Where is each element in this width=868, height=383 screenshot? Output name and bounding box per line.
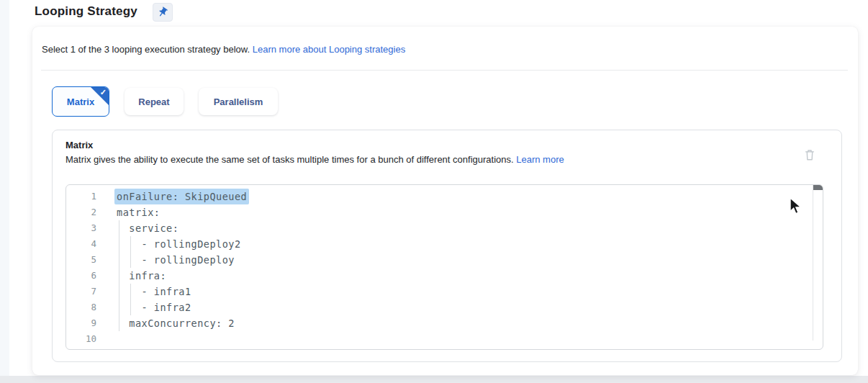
code-line[interactable]: 8 - infra2 (66, 299, 812, 315)
left-gutter-strip (0, 0, 9, 383)
looping-strategy-card: Select 1 of the 3 looping execution stra… (32, 27, 858, 375)
delete-strategy-button[interactable] (803, 146, 820, 163)
line-code: service: (117, 220, 178, 236)
divider (41, 70, 848, 71)
line-number: 8 (66, 299, 96, 315)
line-number: 5 (66, 252, 96, 268)
indent-guide (130, 284, 131, 315)
bottom-bar (0, 376, 868, 383)
line-code: maxConcurrency: 2 (117, 315, 235, 331)
panel-title: Matrix (65, 140, 93, 150)
line-number: 10 (66, 331, 96, 347)
line-number: 1 (66, 189, 96, 204)
code-line[interactable]: 5 - rollingDeploy (66, 252, 812, 268)
line-number: 4 (66, 236, 96, 252)
line-number: 7 (66, 284, 96, 299)
code-line[interactable]: 3 service: (66, 220, 812, 236)
strategy-tab-parallelism-label: Parallelism (214, 96, 263, 107)
code-lines: 1onFailure: SkipQueued 2matrix: 3 servic… (66, 189, 812, 347)
code-line[interactable]: 10 (66, 331, 812, 347)
intro-text: Select 1 of the 3 looping execution stra… (42, 44, 405, 55)
panel-description: Matrix gives the ability to execute the … (65, 154, 564, 165)
yaml-editor[interactable]: 1onFailure: SkipQueued 2matrix: 3 servic… (65, 184, 823, 350)
strategy-tab-matrix[interactable]: Matrix ✓ (52, 86, 109, 117)
code-line[interactable]: 1onFailure: SkipQueued (66, 189, 812, 204)
check-icon: ✓ (100, 88, 107, 97)
line-code: - rollingDeploy (117, 252, 235, 268)
strategy-tab-repeat-label: Repeat (138, 96, 169, 107)
strategy-tab-parallelism[interactable]: Parallelism (199, 88, 278, 115)
line-code: - rollingDeploy2 (117, 236, 241, 252)
line-code: onFailure: SkipQueued (114, 189, 249, 204)
intro-text-static: Select 1 of the 3 looping execution stra… (42, 44, 250, 55)
scrollbar-thumb[interactable] (813, 185, 823, 190)
strategy-tab-repeat[interactable]: Repeat (125, 88, 184, 115)
trash-icon (803, 148, 820, 162)
line-number: 2 (66, 204, 96, 220)
line-number: 6 (66, 268, 96, 284)
line-code: infra: (117, 268, 166, 284)
pin-button[interactable] (153, 3, 173, 22)
line-code: matrix: (117, 204, 160, 220)
code-line[interactable]: 9 maxConcurrency: 2 (66, 315, 812, 331)
line-code: - infra2 (117, 299, 191, 315)
line-code: - infra1 (117, 284, 191, 299)
line-number: 3 (66, 220, 96, 236)
line-number: 9 (66, 315, 96, 331)
indent-guide (119, 220, 119, 331)
looping-strategies-link[interactable]: Learn more about Looping strategies (253, 44, 405, 55)
panel-description-text: Matrix gives the ability to execute the … (65, 154, 514, 165)
matrix-panel: Matrix Matrix gives the ability to execu… (52, 130, 842, 362)
pin-icon (157, 6, 168, 18)
learn-more-link[interactable]: Learn more (516, 154, 564, 165)
indent-guide (130, 236, 131, 268)
editor-vertical-scrollbar[interactable] (813, 185, 823, 341)
code-line[interactable]: 7 - infra1 (66, 284, 812, 299)
code-line[interactable]: 6 infra: (66, 268, 812, 284)
page-title: Looping Strategy (35, 4, 137, 19)
code-line[interactable]: 2matrix: (66, 204, 812, 220)
code-line[interactable]: 4 - rollingDeploy2 (66, 236, 812, 252)
